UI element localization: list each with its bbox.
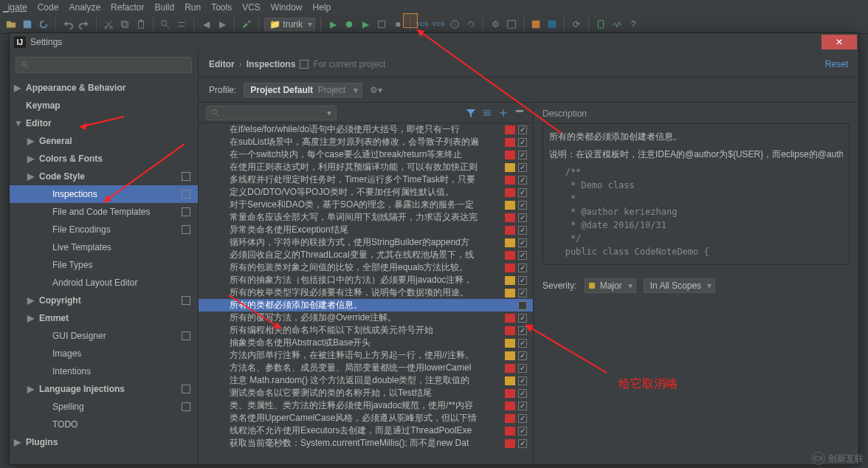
inspection-checkbox[interactable]	[518, 439, 527, 448]
nav-item-general[interactable]: ▶General	[10, 132, 198, 150]
inspection-checkbox[interactable]	[518, 427, 527, 436]
settings-icon[interactable]: ⚙	[489, 18, 502, 31]
nav-item-editor[interactable]: ▼Editor	[10, 114, 198, 132]
sync-icon[interactable]: ⟳	[570, 18, 583, 31]
inspection-checkbox[interactable]	[518, 376, 527, 385]
nav-item-images[interactable]: Images	[10, 345, 198, 362]
sdk-icon[interactable]	[505, 18, 518, 31]
inspection-row[interactable]: 所有的包装类对象之间值的比较，全部使用equals方法比较。	[199, 261, 533, 274]
inspection-row[interactable]: 注意 Math.random() 这个方法返回是double类型，注意取值的	[199, 374, 533, 387]
inspection-checkbox[interactable]	[518, 264, 527, 272]
nav-item-spelling[interactable]: Spelling	[10, 398, 198, 416]
crumb-editor[interactable]: Editor	[209, 59, 235, 69]
nav-item-inspections[interactable]: Inspections	[10, 185, 198, 203]
menu-run[interactable]: Run	[185, 2, 201, 13]
refresh-icon[interactable]	[37, 18, 50, 31]
reset-list-icon[interactable]	[514, 107, 526, 119]
nav-item-file-and-code-templates[interactable]: File and Code Templates	[10, 203, 198, 221]
inspection-checkbox[interactable]	[518, 151, 527, 159]
inspection-checkbox[interactable]	[518, 326, 527, 335]
inspection-checkbox[interactable]	[518, 201, 527, 210]
menu-refactor[interactable]: Refactor	[111, 2, 144, 13]
inspection-checkbox[interactable]	[518, 314, 527, 323]
cut-icon[interactable]	[102, 18, 115, 31]
nav-item-todo[interactable]: TODO	[10, 416, 198, 433]
inspection-row[interactable]: 所有的类都必须添加创建者信息。	[199, 299, 533, 312]
inspection-checkbox[interactable]	[518, 414, 527, 423]
branch-combo[interactable]: 📁 trunk	[264, 18, 315, 31]
inspection-checkbox[interactable]	[518, 125, 527, 134]
inspection-row[interactable]: 多线程并行处理定时任务时，Timer运行多个TimeTask时，只要	[199, 173, 533, 186]
nav-item-code-style[interactable]: ▶Code Style	[10, 168, 198, 185]
coverage-icon[interactable]: ▶	[359, 18, 372, 31]
nav-item-copyright[interactable]: ▶Copyright	[10, 292, 198, 309]
profile-combo[interactable]: Project Default Project	[244, 83, 362, 97]
inspection-row[interactable]: 线程池不允许使用Executors去创建，而是通过ThreadPoolExe	[199, 424, 533, 437]
nav-item-live-templates[interactable]: Live Templates	[10, 238, 198, 256]
profile-icon[interactable]	[375, 18, 388, 31]
inspection-row[interactable]: 在使用正则表达式时，利用好其预编译功能，可以有效加快正则	[199, 161, 533, 173]
ali-p3c-icon[interactable]	[529, 18, 542, 31]
inspection-row[interactable]: 所有编程相关的命名均不能以下划线或美元符号开始	[199, 324, 533, 337]
inspection-row[interactable]: 测试类命名以它要测试的类的名称开始，以Test结尾	[199, 387, 533, 399]
inspection-row[interactable]: 在if/else/for/while/do语句中必须使用大括号，即使只有一行	[199, 123, 533, 136]
inspection-row[interactable]: 方法名、参数名、成员变量、局部变量都统一使用lowerCamel	[199, 362, 533, 374]
nav-item-plugins[interactable]: ▶Plugins	[10, 433, 198, 451]
inspection-checkbox[interactable]	[518, 163, 527, 172]
inspection-row[interactable]: 异常类命名使用Exception结尾	[199, 224, 533, 236]
run-icon[interactable]: ▶	[326, 18, 340, 31]
inspection-checkbox[interactable]	[518, 289, 527, 297]
reset-link[interactable]: Reset	[825, 59, 848, 69]
inspection-row[interactable]: 定义DO/DTO/VO等POJO类时，不要加任何属性默认值。	[199, 186, 533, 199]
menu-igate[interactable]: _igate	[3, 2, 27, 13]
inspection-checkbox[interactable]	[518, 176, 527, 185]
severity-combo[interactable]: Major	[585, 278, 636, 293]
profile-gear-icon[interactable]: ⚙▾	[370, 85, 382, 95]
inspection-checkbox[interactable]	[518, 389, 527, 398]
inspection-checkbox[interactable]	[518, 138, 527, 147]
redo-icon[interactable]	[78, 18, 91, 31]
menu-help[interactable]: Help	[313, 2, 331, 13]
nav-search-input[interactable]	[16, 57, 192, 73]
ali-switch-icon[interactable]	[545, 18, 559, 31]
inspection-row[interactable]: 获取当前毫秒数：System.currentTimeMillis(); 而不是n…	[199, 437, 533, 450]
inspection-checkbox[interactable]	[518, 213, 527, 222]
filter-icon[interactable]	[465, 107, 477, 119]
collapse-icon[interactable]	[497, 107, 509, 119]
back-icon[interactable]: ◀	[199, 18, 213, 31]
expand-icon[interactable]	[481, 107, 493, 119]
nav-item-appearance-behavior[interactable]: ▶Appearance & Behavior	[10, 79, 198, 97]
inspection-checkbox[interactable]	[518, 351, 527, 360]
vcs-revert-icon[interactable]	[464, 18, 478, 31]
inspection-search-input[interactable]: ▾	[206, 106, 337, 120]
nav-item-android-layout-editor[interactable]: Android Layout Editor	[10, 274, 198, 292]
nav-item-language-injections[interactable]: ▶Language Injections	[10, 380, 198, 398]
scope-combo[interactable]: In All Scopes	[644, 278, 715, 293]
inspection-row[interactable]: 必须回收自定义的ThreadLocal变量，尤其在线程池场景下，线	[199, 249, 533, 261]
nav-item-intentions[interactable]: Intentions	[10, 362, 198, 380]
inspection-row[interactable]: 在一个switch块内，每个case要么通过break/return等来终止	[199, 148, 533, 161]
inspection-checkbox[interactable]	[518, 402, 527, 410]
inspection-checkbox[interactable]	[518, 364, 527, 373]
inspection-checkbox[interactable]	[518, 339, 527, 348]
menu-analyze[interactable]: Analyze	[69, 2, 100, 13]
build-icon[interactable]	[240, 18, 253, 31]
inspection-row[interactable]: 常量命名应该全部大写，单词间用下划线隔开，力求语义表达完	[199, 211, 533, 224]
nav-item-colors-fonts[interactable]: ▶Colors & Fonts	[10, 150, 198, 168]
inspection-checkbox[interactable]	[518, 251, 527, 260]
forward-icon[interactable]: ▶	[216, 18, 229, 31]
menu-build[interactable]: Build	[154, 2, 174, 13]
open-icon[interactable]	[4, 18, 18, 31]
inspection-row[interactable]: 所有的枚举类型字段必须要有注释，说明每个数据项的用途。	[199, 286, 533, 299]
inspection-row[interactable]: 所有的覆写方法，必须加@Override注解。	[199, 312, 533, 324]
copy-icon[interactable]	[118, 18, 131, 31]
nav-item-gui-designer[interactable]: GUI Designer	[10, 327, 198, 345]
inspection-row[interactable]: 所有的抽象方法（包括接口中的方法）必须要用javadoc注释，	[199, 274, 533, 286]
nav-item-keymap[interactable]: Keymap	[10, 97, 198, 114]
avd-icon[interactable]	[594, 18, 607, 31]
inspection-checkbox[interactable]	[518, 238, 527, 247]
inspection-row[interactable]: 方法内部单行注释，在被注释语句上方另起一行，使用//注释。	[199, 349, 533, 362]
menu-window[interactable]: Window	[271, 2, 303, 13]
inspection-row[interactable]: 在subList场景中，高度注意对原列表的修改，会导致子列表的遍	[199, 136, 533, 148]
undo-icon[interactable]	[61, 18, 75, 31]
